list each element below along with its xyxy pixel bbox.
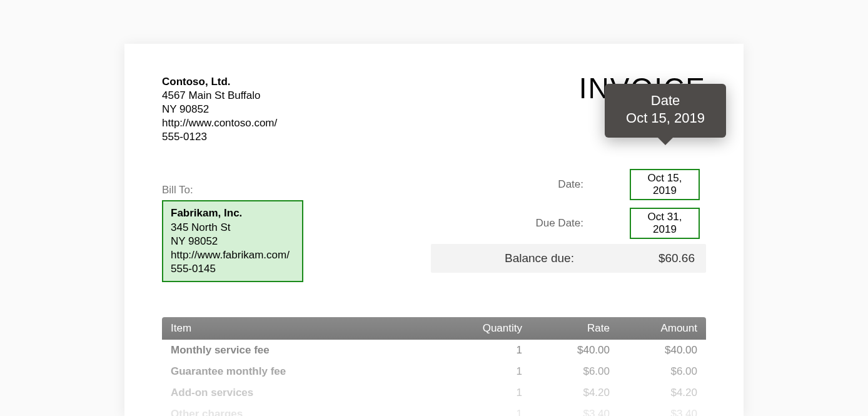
row-qty: 1: [447, 344, 522, 357]
from-phone: 555-0123: [162, 130, 277, 144]
bill-to-street: 345 North St: [171, 221, 295, 235]
due-date-value-highlight[interactable]: Oct 31, 2019: [630, 208, 700, 239]
table-header-row: Item Quantity Rate Amount: [162, 317, 706, 340]
row-rate: $3.40: [522, 408, 610, 416]
from-website: http://www.contoso.com/: [162, 116, 277, 130]
row-qty: 1: [447, 365, 522, 378]
bill-to-label: Bill To:: [162, 184, 303, 196]
date-label: Date:: [558, 178, 583, 191]
from-name: Contoso, Ltd.: [162, 75, 277, 89]
header-item: Item: [171, 322, 447, 335]
row-rate: $40.00: [522, 344, 610, 357]
invoice-meta-block: Date: Oct 15, 2019 Due Date: Oct 31, 201…: [431, 165, 706, 273]
bill-section: Bill To: Fabrikam, Inc. 345 North St NY …: [162, 184, 706, 282]
bill-to-phone: 555-0145: [171, 262, 295, 276]
row-amount: $3.40: [610, 408, 697, 416]
row-item: Other charges: [171, 408, 447, 416]
bill-to-column: Bill To: Fabrikam, Inc. 345 North St NY …: [162, 184, 303, 282]
row-item: Guarantee monthly fee: [171, 365, 447, 378]
date-tooltip: Date Oct 15, 2019: [605, 84, 726, 138]
from-street: 4567 Main St Buffalo: [162, 89, 277, 103]
balance-due-label: Balance due:: [442, 251, 574, 265]
date-row: Date: Oct 15, 2019: [431, 165, 706, 204]
row-amount: $40.00: [610, 344, 697, 357]
header-rate: Rate: [522, 322, 610, 335]
bill-to-highlight-box[interactable]: Fabrikam, Inc. 345 North St NY 98052 htt…: [162, 200, 303, 282]
from-citystate: NY 90852: [162, 103, 277, 116]
table-row: Monthly service fee 1 $40.00 $40.00: [162, 340, 706, 361]
row-qty: 1: [447, 387, 522, 399]
date-value-highlight[interactable]: Oct 15, 2019: [630, 169, 700, 200]
header-quantity: Quantity: [447, 322, 522, 335]
row-item: Monthly service fee: [171, 344, 447, 357]
due-date-row: Due Date: Oct 31, 2019: [431, 204, 706, 243]
row-rate: $4.20: [522, 387, 610, 399]
row-rate: $6.00: [522, 365, 610, 378]
bill-to-website: http://www.fabrikam.com/: [171, 248, 295, 262]
invoice-page: Contoso, Ltd. 4567 Main St Buffalo NY 90…: [124, 44, 744, 416]
row-qty: 1: [447, 408, 522, 416]
balance-due-amount: $60.66: [659, 251, 695, 265]
row-item: Add-on services: [171, 387, 447, 399]
line-items-table: Item Quantity Rate Amount Monthly servic…: [162, 317, 706, 416]
tooltip-value: Oct 15, 2019: [626, 110, 705, 126]
row-amount: $6.00: [610, 365, 697, 378]
bill-to-name: Fabrikam, Inc.: [171, 206, 295, 220]
table-row: Guarantee monthly fee 1 $6.00 $6.00: [162, 361, 706, 382]
row-amount: $4.20: [610, 387, 697, 399]
table-row: Add-on services 1 $4.20 $4.20: [162, 382, 706, 403]
table-row: Other charges 1 $3.40 $3.40: [162, 403, 706, 416]
bill-to-citystate: NY 98052: [171, 235, 295, 248]
tooltip-label: Date: [626, 93, 705, 109]
from-address-block: Contoso, Ltd. 4567 Main St Buffalo NY 90…: [162, 75, 277, 144]
due-date-label: Due Date:: [535, 217, 583, 230]
header-amount: Amount: [610, 322, 697, 335]
balance-due-row: Balance due: $60.66: [431, 244, 706, 273]
